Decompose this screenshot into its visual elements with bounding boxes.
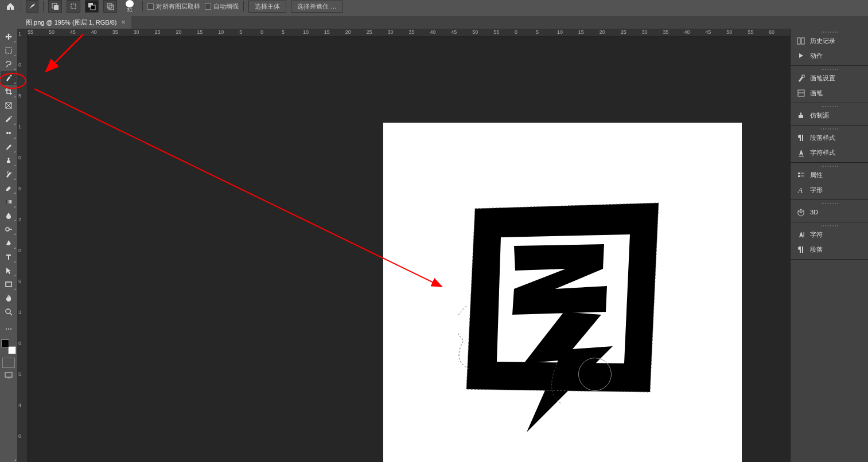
spot-healing-brush-tool[interactable] xyxy=(1,126,17,140)
screen-mode-icon[interactable] xyxy=(2,370,15,381)
rectangular-marquee-tool[interactable] xyxy=(1,44,17,57)
svg-point-18 xyxy=(6,309,10,314)
vertical-ruler: 10510520530540 xyxy=(17,29,28,462)
panel-history[interactable]: 历史记录 xyxy=(791,33,868,48)
brush-settings-icon xyxy=(796,73,805,83)
eyedropper-tool[interactable] xyxy=(1,112,17,126)
svg-rect-13 xyxy=(8,132,9,134)
panel-brushes[interactable]: 画笔 xyxy=(791,85,868,100)
eraser-tool[interactable] xyxy=(1,181,17,195)
svg-rect-4 xyxy=(91,5,95,10)
svg-rect-14 xyxy=(6,200,11,203)
toolbox xyxy=(0,29,17,462)
right-panel-strip: 历史记录 动作 画笔设置 画笔 仿制源 xyxy=(790,29,868,462)
svg-rect-27 xyxy=(797,38,800,44)
horizontal-ruler: 5550454035302520151050510152025303540455… xyxy=(28,29,790,37)
tool-preset-icon[interactable] xyxy=(26,0,38,13)
panel-character-styles[interactable]: 字符样式 xyxy=(791,145,868,160)
hand-tool[interactable] xyxy=(1,291,17,305)
panel-clone-source[interactable]: 仿制源 xyxy=(791,108,868,123)
svg-rect-32 xyxy=(799,156,804,156)
brush-tool[interactable] xyxy=(1,140,17,154)
horizontal-type-tool[interactable] xyxy=(1,250,17,264)
clone-stamp-tool[interactable] xyxy=(1,154,17,167)
svg-point-22 xyxy=(10,328,11,330)
quick-mask-mode[interactable] xyxy=(2,358,15,368)
select-subject-button[interactable]: 选择主体 xyxy=(248,1,286,13)
document-tab-bar: 图.png @ 195% (图层 1, RGB/8) × xyxy=(20,16,868,29)
edit-toolbar-icon[interactable] xyxy=(1,322,17,336)
brushes-icon xyxy=(796,88,805,97)
lasso-tool[interactable] xyxy=(1,57,17,71)
subtract-from-selection-icon[interactable] xyxy=(85,0,99,13)
document-title: 图.png @ 195% (图层 1, RGB/8) xyxy=(26,18,117,27)
svg-rect-23 xyxy=(5,373,12,377)
gradient-tool[interactable] xyxy=(1,195,17,209)
options-bar: 31 对所有图层取样 自动增强 选择主体 选择并遮住 … xyxy=(0,0,868,13)
svg-point-21 xyxy=(8,328,9,330)
home-icon[interactable] xyxy=(5,1,16,12)
blur-tool[interactable] xyxy=(1,209,17,222)
auto-enhance-label: 自动增强 xyxy=(213,2,239,11)
crop-tool[interactable] xyxy=(1,85,17,99)
paragraph-icon xyxy=(796,245,805,254)
intersect-selection-icon[interactable] xyxy=(103,0,117,13)
svg-line-19 xyxy=(10,313,12,315)
clone-source-icon xyxy=(796,111,805,120)
dodge-tool[interactable] xyxy=(1,222,17,236)
brush-cursor xyxy=(578,358,612,391)
svg-rect-5 xyxy=(107,3,112,8)
add-to-selection-icon[interactable] xyxy=(48,0,62,13)
select-and-mask-button[interactable]: 选择并遮住 … xyxy=(291,1,343,13)
sample-all-layers-checkbox[interactable]: 对所有图层取样 xyxy=(147,2,200,11)
character-icon xyxy=(796,230,805,239)
play-icon xyxy=(796,51,805,60)
svg-rect-33 xyxy=(798,173,800,174)
svg-rect-35 xyxy=(798,175,800,177)
properties-icon xyxy=(796,170,805,179)
rectangle-tool[interactable] xyxy=(1,277,17,291)
panel-brush-settings[interactable]: 画笔设置 xyxy=(791,71,868,85)
svg-text:A: A xyxy=(797,186,803,194)
color-swatches[interactable] xyxy=(1,339,16,354)
auto-enhance-checkbox[interactable]: 自动增强 xyxy=(205,2,239,11)
panel-paragraph[interactable]: 段落 xyxy=(791,242,868,257)
quick-selection-tool[interactable] xyxy=(1,71,17,85)
new-selection-icon[interactable] xyxy=(67,0,80,13)
panel-3d[interactable]: 3D xyxy=(791,205,868,220)
close-tab-icon[interactable]: × xyxy=(122,18,126,26)
panel-paragraph-styles[interactable]: 段落样式 xyxy=(791,130,868,145)
paragraph-styles-icon xyxy=(796,133,805,142)
svg-point-15 xyxy=(6,228,9,231)
brush-size-preview[interactable]: 31 xyxy=(122,0,138,13)
foreground-color-swatch[interactable] xyxy=(1,339,9,347)
svg-rect-1 xyxy=(54,5,59,10)
canvas-area[interactable] xyxy=(28,37,790,462)
panel-properties[interactable]: 属性 xyxy=(791,167,868,182)
background-color-swatch[interactable] xyxy=(8,346,16,354)
artboard xyxy=(383,123,742,462)
svg-rect-6 xyxy=(109,5,114,10)
svg-rect-28 xyxy=(801,38,804,44)
move-tool[interactable] xyxy=(1,30,17,44)
character-styles-icon xyxy=(796,148,805,157)
svg-point-20 xyxy=(6,328,7,330)
logo-graphic xyxy=(458,191,670,438)
frame-tool[interactable] xyxy=(1,99,17,112)
pen-tool[interactable] xyxy=(1,236,17,250)
document-tab[interactable]: 图.png @ 195% (图层 1, RGB/8) × xyxy=(20,16,131,29)
svg-rect-17 xyxy=(6,282,11,287)
cube-icon xyxy=(796,207,805,217)
zoom-tool[interactable] xyxy=(1,305,17,319)
svg-rect-2 xyxy=(71,4,76,9)
panel-character[interactable]: 字符 xyxy=(791,227,868,242)
svg-rect-7 xyxy=(6,48,11,53)
panel-glyphs[interactable]: A 字形 xyxy=(791,182,868,197)
path-selection-tool[interactable] xyxy=(1,264,17,277)
glyphs-icon: A xyxy=(796,185,805,194)
svg-rect-24 xyxy=(7,378,10,378)
history-brush-tool[interactable] xyxy=(1,167,17,181)
sample-all-layers-label: 对所有图层取样 xyxy=(156,2,200,11)
history-icon xyxy=(796,36,805,45)
panel-actions[interactable]: 动作 xyxy=(791,48,868,63)
